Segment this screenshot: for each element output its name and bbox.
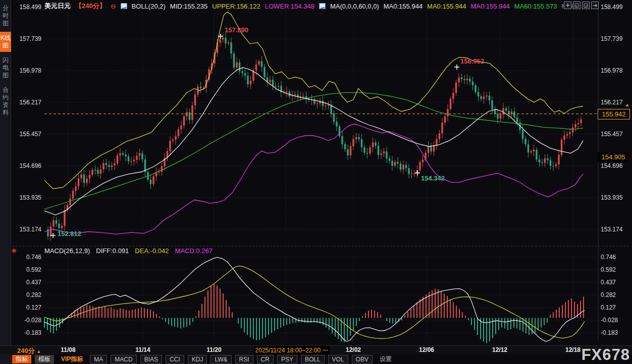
macd-diff-value: DIFF:0.091 [96, 247, 129, 255]
selected-time-label: 2025/11/24 18:00~22:00 一 [254, 346, 330, 355]
high-annotation: 156.952 [460, 57, 484, 65]
scale-left-icon[interactable]: ◱ [573, 2, 581, 9]
indicator-cci-button[interactable]: CCI [166, 355, 184, 363]
tab-vip-indicators[interactable]: VIP指标 [58, 355, 86, 363]
macd-params-label: MACD(26,12,9) [44, 247, 90, 255]
fx678-watermark: FX678 [582, 346, 630, 364]
boll-label: BOLL(20,2) [132, 3, 166, 10]
ma-chart-icon[interactable] [319, 3, 326, 9]
tab-templates[interactable]: 模板 [35, 355, 54, 363]
scale-right-icon[interactable]: ◲ [582, 2, 590, 9]
macd-macd-value: MACD:0.267 [175, 247, 213, 255]
sidebar-item-contract-info[interactable]: 合约资料 [0, 84, 11, 119]
macd-axis-label: 0.746 [601, 254, 631, 261]
macd-axis-label: 0.127 [601, 304, 631, 311]
date-label: 11/20 [203, 346, 225, 353]
indicator-bias-button[interactable]: BIAS [140, 355, 162, 363]
price-axis-label: 158.499 [9, 4, 41, 11]
price-axis-label: 154.696 [9, 162, 41, 169]
sidebar-item-lightning[interactable]: 闪电图 [0, 54, 11, 82]
chart-app: 分时图 K线图 闪电图 合约资料 美元日元 【240分】 ⊖ BOLL(20,2… [0, 0, 632, 364]
price-axis-label: 156.217 [9, 99, 41, 106]
chart-canvas[interactable] [0, 0, 632, 364]
period-dropdown-icon: ▲ [36, 349, 41, 354]
macd-header: MACD(26,12,9) DIFF:0.091 DEA:-0.042 MACD… [44, 247, 213, 255]
price-axis-label: 153.935 [9, 194, 41, 201]
indicator-cr-button[interactable]: CR [257, 355, 274, 363]
indicator-ma-button[interactable]: MA [90, 355, 107, 363]
boll-upper-value: UPPER:156.122 [212, 3, 260, 10]
ma-params-label: MA(0,0,0,60,0,0) [330, 3, 379, 10]
macd-axis-label: -0.028 [601, 317, 631, 324]
ma60-value: MA60:155.573 [514, 3, 557, 10]
price-marker-icon: ▲ [625, 102, 629, 107]
header-tools: ✛ ◱ ◲ ⇥ [564, 2, 599, 9]
indicator-obv-button[interactable]: OBV [352, 355, 373, 363]
macd-axis-label: 0.282 [9, 291, 41, 298]
price-axis-label: 156.978 [601, 67, 631, 74]
crosshair-tool-icon[interactable]: ✛ [564, 2, 571, 9]
macd-axis-label: -0.183 [601, 329, 631, 336]
indicator-psy-button[interactable]: PSY [277, 355, 297, 363]
price-axis-label: 155.457 [9, 131, 41, 138]
boll-chart-icon[interactable] [121, 3, 127, 9]
indicator-toolbar: 指标 模板 VIP指标 MA MACD BIAS CCI KDJ LW& RSI… [11, 354, 632, 364]
low-annotation: 152.812 [58, 230, 81, 237]
price-axis-label: 153.174 [9, 226, 41, 233]
ma0-yellow-value: MA0:155.944 [427, 3, 466, 10]
price-axis-label: 153.935 [601, 194, 631, 201]
collapse-icon[interactable]: ⊖ [111, 3, 116, 10]
indicator-kdj-button[interactable]: KDJ [188, 355, 207, 363]
indicator-lwr-button[interactable]: LW& [210, 355, 231, 363]
ma0-magenta-value: MA0:155.944 [470, 3, 509, 10]
high-annotation: 157.890 [225, 26, 248, 34]
macd-dea-value: DEA:-0.042 [135, 247, 169, 255]
macd-axis-label: 0.746 [9, 254, 41, 261]
price-axis-label: 156.978 [9, 67, 41, 74]
macd-axis-label: -0.028 [9, 317, 41, 324]
price-axis-label: 155.457 [601, 131, 631, 138]
sidebar-item-kline[interactable]: K线图 [0, 32, 11, 52]
prev-price-badge: 154.905 [598, 152, 629, 162]
indicator-selector-icon[interactable]: ◉ [12, 247, 18, 254]
last-price-badge: 155.942 [598, 109, 630, 119]
indicator-boll-button[interactable]: BOLL [301, 355, 325, 363]
sidebar-item-timeshare[interactable]: 分时图 [0, 2, 11, 30]
boll-mid-value: MID:155.235 [170, 3, 207, 10]
macd-axis-label: 0.437 [9, 279, 41, 286]
indicator-rsi-button[interactable]: RSI [235, 355, 253, 363]
macd-axis-label: 0.592 [601, 266, 631, 273]
symbol-title: 美元日元 [44, 2, 71, 11]
date-label: 11/14 [132, 346, 154, 353]
indicator-macd-button[interactable]: MACD [111, 355, 136, 363]
tab-indicators[interactable]: 指标 [12, 355, 31, 363]
period-label: 【240分】 [75, 2, 106, 11]
low-annotation: 154.342 [421, 174, 445, 182]
expand-panel-icon[interactable]: ⇥ [591, 2, 599, 9]
date-label: 12/02 [342, 346, 364, 353]
chart-header: 美元日元 【240分】 ⊖ BOLL(20,2) MID:155.235 UPP… [44, 2, 577, 10]
macd-axis-label: 0.437 [601, 279, 631, 286]
price-axis-label: 158.499 [601, 4, 631, 11]
boll-lower-value: LOWER:154.348 [265, 3, 314, 10]
price-axis-label: 157.739 [601, 35, 631, 42]
macd-axis-label: 0.592 [9, 266, 41, 273]
indicator-vol-button[interactable]: VOL [328, 355, 348, 363]
macd-axis-label: 0.127 [9, 304, 41, 311]
ma0-white-value: MA0:155.944 [384, 3, 423, 10]
date-label: 12/06 [415, 346, 438, 353]
macd-axis-label: -0.183 [9, 329, 41, 336]
date-label: 11/08 [57, 346, 79, 353]
price-axis-label: 157.739 [9, 35, 41, 42]
time-axis-bar: 240分 ▲ 11/08 11/14 11/20 12/02 12/06 12/… [0, 345, 632, 354]
macd-axis-label: 0.282 [601, 291, 631, 298]
date-label: 12/12 [489, 346, 511, 353]
price-axis-label: 154.696 [601, 162, 631, 169]
date-label: 12/18 [562, 346, 584, 353]
price-axis-label: 153.174 [601, 226, 631, 233]
settings-button[interactable]: 设置 [376, 355, 395, 363]
sidebar: 分时图 K线图 闪电图 合约资料 [0, 0, 11, 364]
